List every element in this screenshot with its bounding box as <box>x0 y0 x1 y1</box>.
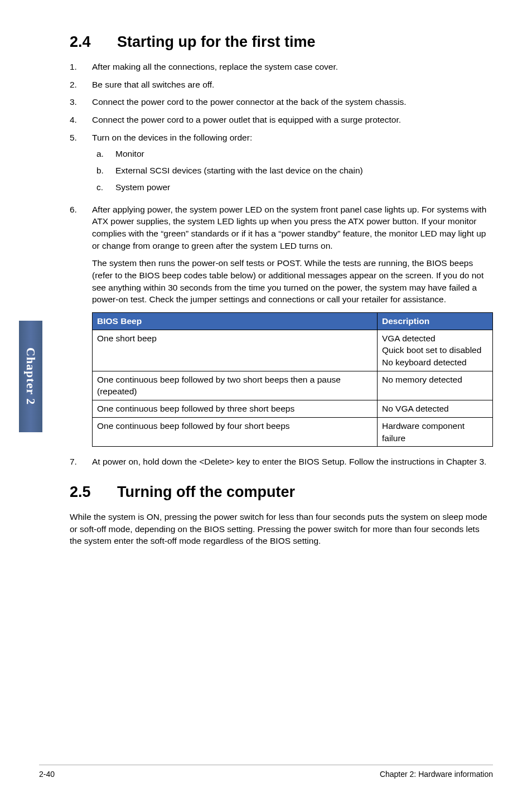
turn-off-paragraph: While the system is ON, pressing the pow… <box>70 511 493 547</box>
startup-steps-list: 1.After making all the connections, repl… <box>70 61 493 468</box>
table-row: One continuous beep followed by two shor… <box>93 371 493 400</box>
list-item: 3.Connect the power cord to the power co… <box>70 96 493 108</box>
page-footer: 2-40 Chapter 2: Hardware information <box>39 765 493 779</box>
section-number: 2.5 <box>70 484 117 501</box>
device-order-sublist: a.Monitor b.External SCSI devices (start… <box>92 148 493 193</box>
table-row: One continuous beep followed by three sh… <box>93 400 493 418</box>
post-paragraph: The system then runs the power-on self t… <box>92 257 493 306</box>
table-header: BIOS Beep <box>93 313 378 330</box>
chapter-label: Chapter 2: Hardware information <box>380 770 493 779</box>
list-item: 6. After applying power, the system powe… <box>70 204 493 447</box>
list-item: 1.After making all the connections, repl… <box>70 61 493 73</box>
list-item: 7.At power on, hold down the <Delete> ke… <box>70 456 493 468</box>
list-item: c.System power <box>96 181 493 194</box>
chapter-side-tab-label: Chapter 2 <box>23 347 38 405</box>
table-row: One continuous beep followed by four sho… <box>93 417 493 446</box>
page-number: 2-40 <box>39 770 55 779</box>
section-number: 2.4 <box>70 33 117 51</box>
chapter-side-tab: Chapter 2 <box>19 321 42 432</box>
list-item: 5. Turn on the devices in the following … <box>70 132 493 198</box>
page-content: 2.4Starting up for the first time 1.Afte… <box>0 0 532 547</box>
table-row: One short beep VGA detected Quick boot s… <box>93 330 493 371</box>
list-item: 4.Connect the power cord to a power outl… <box>70 114 493 126</box>
table-header: Description <box>377 313 492 330</box>
list-item: 2.Be sure that all switches are off. <box>70 79 493 91</box>
section-heading-25: 2.5Turning off the computer <box>70 484 493 501</box>
section-title: Turning off the computer <box>117 484 295 500</box>
section-heading-24: 2.4Starting up for the first time <box>70 33 493 51</box>
bios-beep-table: BIOS Beep Description One short beep VGA… <box>92 312 493 447</box>
section-title: Starting up for the first time <box>117 33 316 50</box>
list-item: a.Monitor <box>96 148 493 160</box>
list-item: b.External SCSI devices (starting with t… <box>96 165 493 177</box>
